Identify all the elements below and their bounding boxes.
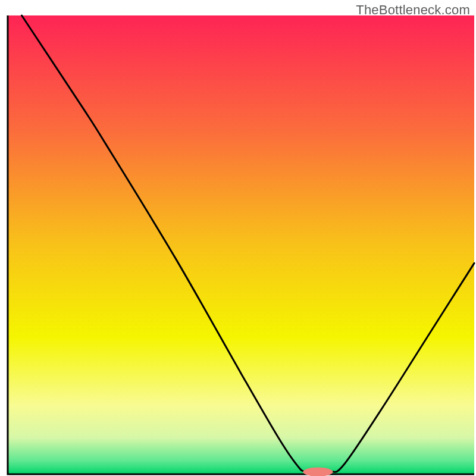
- plot-background: [8, 15, 474, 474]
- chart-stage: TheBottleneck.com: [0, 0, 476, 476]
- watermark-text: TheBottleneck.com: [356, 2, 470, 18]
- bottleneck-chart: [0, 0, 476, 476]
